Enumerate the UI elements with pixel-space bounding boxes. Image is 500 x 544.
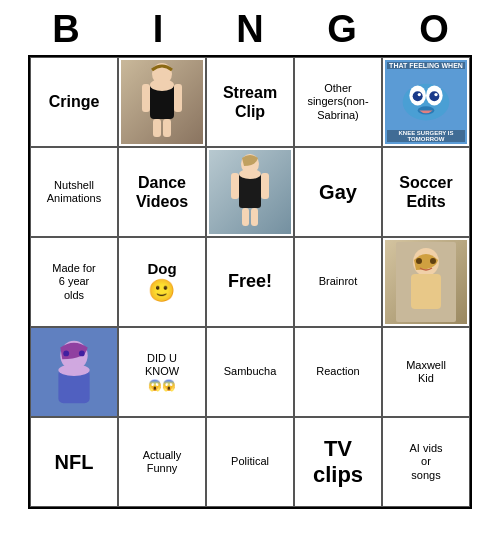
cell-1-3-text: Gay xyxy=(319,180,357,204)
svg-rect-24 xyxy=(411,274,441,309)
meme-bottom-text: KNEE SURGERY IS TOMORROW xyxy=(387,130,465,142)
free-cell-text: Free! xyxy=(228,271,272,293)
cell-0-2-text: StreamClip xyxy=(223,83,277,121)
cell-2-0-text: Made for6 yearolds xyxy=(52,262,95,302)
singer-photo-1 xyxy=(121,60,203,144)
cell-3-4: MaxwellKid xyxy=(382,327,470,417)
meme-image: THAT FEELING WHEN KNEE SURGERY IS TOMORR… xyxy=(385,60,467,144)
meme-creature-svg xyxy=(401,76,451,124)
cell-2-0: Made for6 yearolds xyxy=(30,237,118,327)
letter-o: O xyxy=(396,8,472,51)
cell-0-2: StreamClip xyxy=(206,57,294,147)
letter-i: I xyxy=(120,8,196,51)
svg-point-32 xyxy=(79,351,85,357)
cell-3-4-text: MaxwellKid xyxy=(406,359,446,385)
cell-3-3: Reaction xyxy=(294,327,382,417)
figure-svg-2 xyxy=(220,152,280,232)
bingo-title: B I N G O xyxy=(20,8,480,51)
cell-0-0: Cringe xyxy=(30,57,118,147)
cell-4-1: ActuallyFunny xyxy=(118,417,206,507)
letter-g: G xyxy=(304,8,380,51)
svg-point-30 xyxy=(58,364,89,376)
svg-rect-6 xyxy=(163,119,171,137)
meme-top-text: THAT FEELING WHEN xyxy=(387,62,465,69)
cell-0-4: THAT FEELING WHEN KNEE SURGERY IS TOMORR… xyxy=(382,57,470,147)
svg-rect-18 xyxy=(231,173,239,199)
cell-4-2: Political xyxy=(206,417,294,507)
cell-3-1: DID UKNOW😱😱 xyxy=(118,327,206,417)
svg-rect-4 xyxy=(174,84,182,112)
svg-point-31 xyxy=(63,351,69,357)
figure-svg-1 xyxy=(132,62,192,142)
cell-4-0-text: NFL xyxy=(55,450,94,474)
cell-1-1-text: DanceVideos xyxy=(136,173,188,211)
svg-rect-3 xyxy=(142,84,150,112)
cell-2-3: Brainrot xyxy=(294,237,382,327)
cell-2-3-text: Brainrot xyxy=(319,275,358,288)
cell-4-3-text: TVclips xyxy=(313,436,363,489)
cell-2-4 xyxy=(382,237,470,327)
cell-4-0: NFL xyxy=(30,417,118,507)
cell-1-2 xyxy=(206,147,294,237)
svg-point-26 xyxy=(430,258,436,264)
cell-1-0: NutshellAnimations xyxy=(30,147,118,237)
cell-0-3: Other singers(non-Sabrina) xyxy=(294,57,382,147)
svg-point-25 xyxy=(416,258,422,264)
svg-point-7 xyxy=(403,83,450,120)
cell-4-1-text: ActuallyFunny xyxy=(143,449,182,475)
blue-photo-svg xyxy=(31,327,117,417)
svg-point-17 xyxy=(239,169,261,179)
svg-rect-19 xyxy=(261,173,269,199)
svg-point-13 xyxy=(434,92,437,95)
cell-1-3: Gay xyxy=(294,147,382,237)
cell-4-3: TVclips xyxy=(294,417,382,507)
letter-n: N xyxy=(212,8,288,51)
cell-3-0 xyxy=(30,327,118,417)
cell-2-2: Free! xyxy=(206,237,294,327)
cell-0-1 xyxy=(118,57,206,147)
cell-4-4: AI vidsorsongs xyxy=(382,417,470,507)
singer-photo-2 xyxy=(209,150,291,234)
letter-b: B xyxy=(28,8,104,51)
cell-3-3-text: Reaction xyxy=(316,365,359,378)
cell-2-1: Dog🙂 xyxy=(118,237,206,327)
cell-3-2: Sambucha xyxy=(206,327,294,417)
svg-rect-5 xyxy=(153,119,161,137)
cell-1-1: DanceVideos xyxy=(118,147,206,237)
svg-point-2 xyxy=(150,79,174,91)
cell-1-4: SoccerEdits xyxy=(382,147,470,237)
cell-4-2-text: Political xyxy=(231,455,269,468)
cell-4-4-text: AI vidsorsongs xyxy=(409,442,442,482)
cell-3-1-text: DID UKNOW😱😱 xyxy=(145,352,179,392)
svg-point-10 xyxy=(413,91,423,101)
cell-0-0-text: Cringe xyxy=(49,92,100,111)
svg-rect-20 xyxy=(242,208,249,226)
figure-svg-3 xyxy=(396,242,456,322)
singer-photo-3 xyxy=(385,240,467,324)
cell-3-2-text: Sambucha xyxy=(224,365,277,378)
cell-2-1-text: Dog🙂 xyxy=(147,260,176,304)
bingo-grid: Cringe StreamClip Other singers(non-Sabr… xyxy=(28,55,472,509)
cell-0-3-text: Other singers(non-Sabrina) xyxy=(297,82,379,122)
svg-point-11 xyxy=(429,91,439,101)
cell-1-0-text: NutshellAnimations xyxy=(47,179,101,205)
cell-1-4-text: SoccerEdits xyxy=(399,173,452,211)
svg-rect-21 xyxy=(251,208,258,226)
svg-point-12 xyxy=(418,92,421,95)
